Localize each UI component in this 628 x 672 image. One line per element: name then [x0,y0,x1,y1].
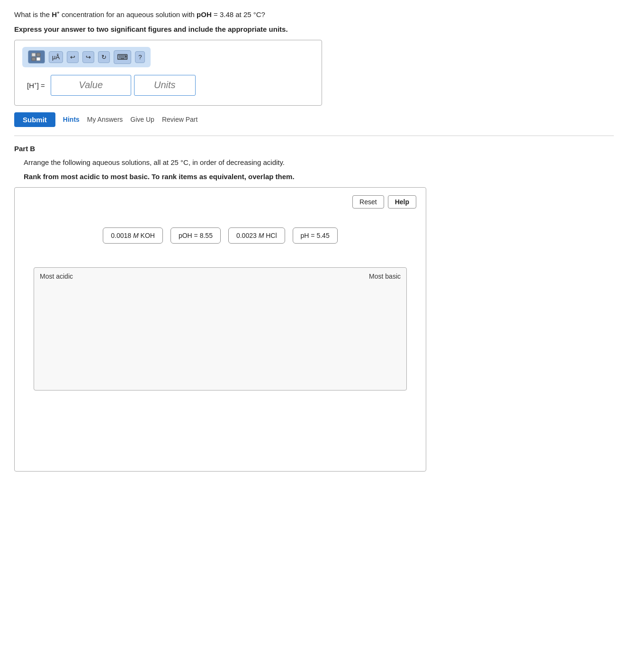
parta-toolbar: μÅ ↩ ↪ ↻ ⌨ ? [22,47,151,67]
undo-icon: ↩ [70,54,75,61]
svg-rect-0 [32,53,36,56]
draggable-item-koh[interactable]: 0.0018 M KOH [103,227,163,244]
ranking-box: Reset Help 0.0018 M KOH pOH = 8.55 0.002… [14,187,426,472]
draggable-item-poh[interactable]: pOH = 8.55 [170,227,221,244]
section-divider [14,136,614,136]
draggable-items-container: 0.0018 M KOH pOH = 8.55 0.0023 M HCl pH … [24,227,416,244]
partb-title: Part B [14,145,614,153]
parta-action-row: Submit Hints My Answers Give Up Review P… [14,112,614,127]
svg-rect-2 [32,57,36,61]
draggable-item-ph[interactable]: pH = 5.45 [293,227,338,244]
review-part-link[interactable]: Review Part [162,116,197,123]
svg-rect-3 [36,57,40,61]
parta-label: [H+] = [27,81,45,90]
submit-button[interactable]: Submit [14,112,55,127]
redo-icon: ↪ [86,54,91,61]
partb-instruction: Rank from most acidic to most basic. To … [14,173,614,181]
reset-button[interactable]: Reset [352,195,384,209]
redo-btn[interactable]: ↪ [82,51,94,63]
most-acidic-label: Most acidic [40,272,73,280]
help-button[interactable]: Help [388,195,416,209]
drop-zone[interactable]: Most acidic Most basic [34,267,407,390]
partb-question: Arrange the following aqueous solutions,… [14,157,614,168]
keyboard-icon: ⌨ [117,53,128,62]
parta-input-row: [H+] = [22,75,314,96]
help-toolbar-btn[interactable]: ? [135,51,145,63]
hints-link[interactable]: Hints [63,116,80,123]
undo-btn[interactable]: ↩ [67,51,79,63]
draggable-item-hcl[interactable]: 0.0023 M HCl [228,227,285,244]
parta-instruction: Express your answer to two significant f… [14,25,614,33]
most-basic-label: Most basic [369,272,401,280]
symbol-units-btn[interactable]: μÅ [49,51,63,63]
symbol-group-btn[interactable] [28,50,45,64]
symbol-group-icon [31,53,42,61]
refresh-btn[interactable]: ↻ [98,51,110,63]
symbol-units-label: μÅ [52,54,60,61]
ranking-controls: Reset Help [24,195,416,209]
my-answers-link[interactable]: My Answers [87,116,123,123]
refresh-icon: ↻ [101,54,107,61]
drop-zone-labels: Most acidic Most basic [34,268,406,285]
keyboard-btn[interactable]: ⌨ [114,50,131,64]
svg-rect-1 [36,53,40,56]
units-input[interactable] [134,75,196,96]
parta-question: What is the H+ concentration for an aque… [14,9,614,20]
help-icon: ? [138,54,142,61]
give-up-link[interactable]: Give Up [130,116,154,123]
parta-answer-box: μÅ ↩ ↪ ↻ ⌨ ? [H+] = [14,40,322,106]
value-input[interactable] [51,75,131,96]
